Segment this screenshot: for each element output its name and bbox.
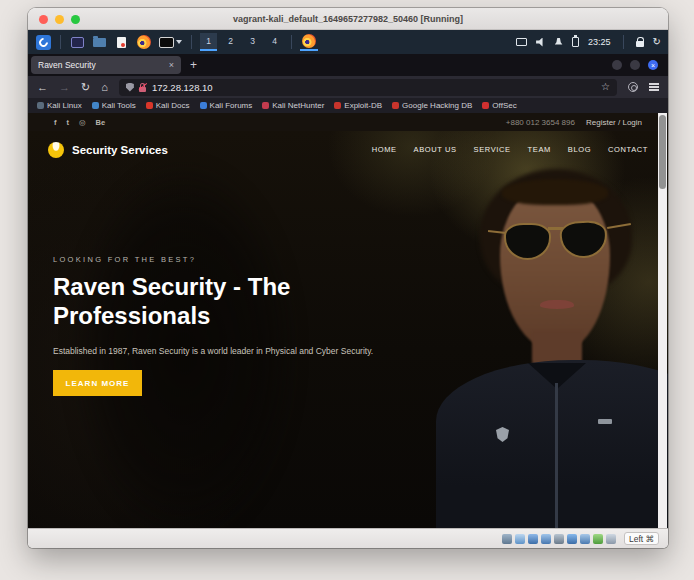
url-bar[interactable]: 172.28.128.10 ☆ [119,79,617,96]
back-button[interactable]: ← [37,82,48,93]
network-status-icon[interactable] [541,534,551,544]
new-tab-button[interactable]: + [190,58,197,72]
recording-status-icon[interactable] [593,534,603,544]
bookmark-google-hacking-db[interactable]: Google Hacking DB [392,101,472,110]
phone-number: +880 012 3654 896 [506,118,575,127]
register-login-link[interactable]: Register / Login [586,118,642,127]
close-window-button[interactable] [39,15,48,24]
bookmark-kali-nethunter[interactable]: Kali NetHunter [262,101,324,110]
behance-icon[interactable]: Be [96,118,106,127]
page-scrollbar [658,113,667,528]
bookmark-star-icon[interactable]: ☆ [601,82,610,92]
workspace-4-button[interactable]: 4 [266,33,283,51]
instagram-icon[interactable]: ◎ [79,118,86,127]
system-tray: 23:25 ↻ [516,35,661,49]
officer-lips [540,300,574,309]
hdd-status-icon[interactable] [502,534,512,544]
minimize-button[interactable] [612,60,622,70]
bookmark-kali-linux[interactable]: Kali Linux [37,101,82,110]
virtualbox-statusbar: Left ⌘ [28,528,668,548]
audio-status-icon[interactable] [528,534,538,544]
tracking-shield-icon[interactable] [126,83,134,92]
maximize-button[interactable] [630,60,640,70]
close-tab-icon[interactable]: × [169,60,174,70]
vm-window-title: vagrant-kali_default_1649657277982_50460… [233,14,463,24]
social-links: f t ◎ Be [54,118,105,127]
hero-kicker: LOOKING FOR THE BEST? [53,255,196,264]
nav-link-contact[interactable]: CONTACT [608,145,648,154]
forward-button[interactable]: → [59,82,70,93]
host-key-indicator: Left ⌘ [624,532,659,545]
document-icon [117,37,126,48]
taskbar-separator [191,35,192,49]
firefox-icon [302,34,316,48]
optical-status-icon[interactable] [515,534,525,544]
firefox-toolbar: ← → ↻ ⌂ 172.28.128.10 ☆ [28,76,668,98]
close-button[interactable]: × [648,60,658,70]
home-button[interactable]: ⌂ [101,82,108,93]
text-editor-launcher[interactable] [113,33,130,51]
menu-hamburger-icon[interactable] [649,86,659,88]
hero-title: Raven Security - The Professionals [53,272,398,331]
nav-link-team[interactable]: TEAM [528,145,551,154]
display-status-icon[interactable] [580,534,590,544]
utility-bar-right: +880 012 3654 896 Register / Login [506,118,642,127]
terminal-dropdown-button[interactable] [157,33,183,51]
nav-link-about-us[interactable]: ABOUT US [414,145,457,154]
bookmark-offsec[interactable]: OffSec [482,101,516,110]
usb-status-icon[interactable] [554,534,564,544]
uniform-zipper [555,383,558,528]
sunglasses-bridge [548,227,563,230]
zoom-window-button[interactable] [71,15,80,24]
running-firefox-window-button[interactable] [300,33,318,51]
officer-uniform [436,360,668,528]
officer-hairline [502,179,608,205]
uniform-name-pin [598,419,612,424]
kali-logo-icon [36,35,51,50]
brand-logo-link[interactable]: Security Services [48,142,168,158]
terminal-launcher[interactable] [69,33,86,51]
bookmark-kali-forums[interactable]: Kali Forums [200,101,253,110]
bookmark-exploit-db[interactable]: Exploit-DB [334,101,382,110]
insecure-lock-icon[interactable] [139,83,147,92]
nav-link-blog[interactable]: BLOG [568,145,591,154]
kali-menu-button[interactable] [35,33,52,51]
learn-more-button[interactable]: LEARN MORE [53,370,142,396]
mouse-status-icon[interactable] [606,534,616,544]
bookmark-kali-docs[interactable]: Kali Docs [146,101,190,110]
shared-folders-status-icon[interactable] [567,534,577,544]
bookmark-favicon [262,102,269,109]
nav-links: HOME ABOUT US SERVICE TEAM BLOG CONTACT [372,145,648,154]
brand-name: Security Services [72,144,168,156]
url-text: 172.28.128.10 [152,82,596,93]
volume-icon[interactable] [536,38,545,47]
brand-logo-icon [48,142,64,158]
lock-screen-icon[interactable] [636,41,644,47]
taskbar-clock[interactable]: 23:25 [588,37,611,47]
firefox-tabbar: Raven Security × + × [28,54,668,76]
site-navbar: Security Services HOME ABOUT US SERVICE … [28,131,668,168]
reload-button[interactable]: ↻ [81,82,90,93]
nav-link-service[interactable]: SERVICE [474,145,511,154]
file-manager-launcher[interactable] [91,33,108,51]
firefox-launcher[interactable] [135,33,152,51]
taskbar-separator [60,35,61,49]
nav-link-home[interactable]: HOME [372,145,397,154]
site-utility-bar: f t ◎ Be +880 012 3654 896 Register / Lo… [28,113,668,131]
workspace-3-button[interactable]: 3 [244,33,261,51]
bookmark-favicon [392,102,399,109]
browser-tab[interactable]: Raven Security × [31,56,181,74]
workspace-1-button[interactable]: 1 [200,33,217,51]
workspace-2-button[interactable]: 2 [222,33,239,51]
notifications-bell-icon[interactable] [554,38,563,47]
scrollbar-thumb[interactable] [659,115,666,189]
bookmark-favicon [334,102,341,109]
bookmark-kali-tools[interactable]: Kali Tools [92,101,136,110]
battery-icon[interactable] [572,37,579,47]
account-icon[interactable] [628,82,638,92]
display-settings-icon[interactable] [516,38,527,46]
twitter-icon[interactable]: t [67,118,70,127]
minimize-window-button[interactable] [55,15,64,24]
power-icon[interactable]: ↻ [653,37,661,47]
facebook-icon[interactable]: f [54,118,57,127]
